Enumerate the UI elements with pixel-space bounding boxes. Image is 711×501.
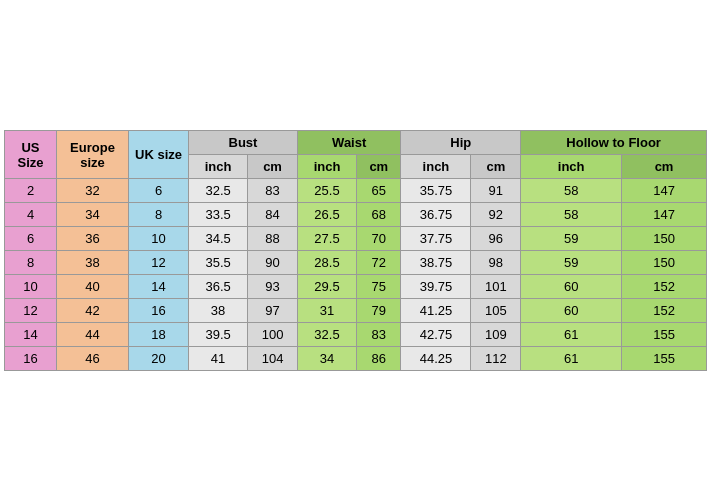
table-cell: 104 (248, 347, 298, 371)
table-cell: 97 (248, 299, 298, 323)
table-cell: 41.25 (401, 299, 471, 323)
table-cell: 147 (622, 203, 707, 227)
table-cell: 33.5 (189, 203, 248, 227)
table-cell: 6 (5, 227, 57, 251)
table-cell: 101 (471, 275, 521, 299)
table-cell: 65 (357, 179, 401, 203)
subhdr-hip-cm: cm (471, 155, 521, 179)
table-cell: 61 (521, 323, 622, 347)
table-cell: 16 (129, 299, 189, 323)
table-row: 14441839.510032.58342.7510961155 (5, 323, 707, 347)
table-cell: 26.5 (297, 203, 356, 227)
table-cell: 4 (5, 203, 57, 227)
table-cell: 35.75 (401, 179, 471, 203)
subhdr-htf-cm: cm (622, 155, 707, 179)
table-cell: 34.5 (189, 227, 248, 251)
table-cell: 10 (129, 227, 189, 251)
header-us: US Size (5, 131, 57, 179)
subhdr-htf-inch: inch (521, 155, 622, 179)
table-cell: 75 (357, 275, 401, 299)
table-cell: 41 (189, 347, 248, 371)
table-cell: 28.5 (297, 251, 356, 275)
table-cell: 12 (129, 251, 189, 275)
table-cell: 39.75 (401, 275, 471, 299)
table-cell: 83 (357, 323, 401, 347)
table-cell: 32.5 (189, 179, 248, 203)
table-cell: 42 (57, 299, 129, 323)
table-cell: 150 (622, 251, 707, 275)
table-cell: 70 (357, 227, 401, 251)
table-cell: 36 (57, 227, 129, 251)
table-cell: 8 (129, 203, 189, 227)
size-chart-table: US Size Europe size UK size Bust Waist H… (4, 130, 707, 371)
table-row: 434833.58426.56836.759258147 (5, 203, 707, 227)
table-cell: 14 (5, 323, 57, 347)
table-cell: 150 (622, 227, 707, 251)
table-cell: 2 (5, 179, 57, 203)
table-cell: 109 (471, 323, 521, 347)
table-row: 16462041104348644.2511261155 (5, 347, 707, 371)
table-cell: 31 (297, 299, 356, 323)
subhdr-bust-inch: inch (189, 155, 248, 179)
table-cell: 60 (521, 299, 622, 323)
table-cell: 155 (622, 323, 707, 347)
table-cell: 100 (248, 323, 298, 347)
table-cell: 12 (5, 299, 57, 323)
table-cell: 42.75 (401, 323, 471, 347)
table-cell: 58 (521, 203, 622, 227)
table-cell: 93 (248, 275, 298, 299)
table-row: 6361034.58827.57037.759659150 (5, 227, 707, 251)
table-cell: 88 (248, 227, 298, 251)
table-cell: 83 (248, 179, 298, 203)
table-cell: 36.75 (401, 203, 471, 227)
table-cell: 39.5 (189, 323, 248, 347)
table-cell: 27.5 (297, 227, 356, 251)
subhdr-hip-inch: inch (401, 155, 471, 179)
table-cell: 152 (622, 275, 707, 299)
subhdr-bust-cm: cm (248, 155, 298, 179)
table-cell: 38 (189, 299, 248, 323)
header-waist: Waist (297, 131, 401, 155)
table-cell: 79 (357, 299, 401, 323)
table-cell: 35.5 (189, 251, 248, 275)
size-chart-container: US Size Europe size UK size Bust Waist H… (0, 126, 711, 375)
table-cell: 91 (471, 179, 521, 203)
table-cell: 90 (248, 251, 298, 275)
table-cell: 38.75 (401, 251, 471, 275)
header-hip: Hip (401, 131, 521, 155)
table-cell: 34 (297, 347, 356, 371)
table-cell: 98 (471, 251, 521, 275)
table-cell: 20 (129, 347, 189, 371)
table-row: 1242163897317941.2510560152 (5, 299, 707, 323)
table-row: 232632.58325.56535.759158147 (5, 179, 707, 203)
table-cell: 84 (248, 203, 298, 227)
table-cell: 37.75 (401, 227, 471, 251)
table-row: 8381235.59028.57238.759859150 (5, 251, 707, 275)
table-cell: 92 (471, 203, 521, 227)
table-cell: 36.5 (189, 275, 248, 299)
table-cell: 44.25 (401, 347, 471, 371)
table-cell: 32 (57, 179, 129, 203)
table-cell: 6 (129, 179, 189, 203)
table-cell: 59 (521, 227, 622, 251)
header-htf: Hollow to Floor (521, 131, 707, 155)
table-cell: 44 (57, 323, 129, 347)
table-cell: 29.5 (297, 275, 356, 299)
table-cell: 152 (622, 299, 707, 323)
table-cell: 147 (622, 179, 707, 203)
header-bust: Bust (189, 131, 298, 155)
table-cell: 68 (357, 203, 401, 227)
table-cell: 86 (357, 347, 401, 371)
table-cell: 40 (57, 275, 129, 299)
table-cell: 105 (471, 299, 521, 323)
table-cell: 38 (57, 251, 129, 275)
table-cell: 112 (471, 347, 521, 371)
table-cell: 16 (5, 347, 57, 371)
subhdr-waist-inch: inch (297, 155, 356, 179)
header-eu: Europe size (57, 131, 129, 179)
table-cell: 32.5 (297, 323, 356, 347)
subhdr-waist-cm: cm (357, 155, 401, 179)
table-cell: 58 (521, 179, 622, 203)
table-cell: 60 (521, 275, 622, 299)
table-cell: 14 (129, 275, 189, 299)
